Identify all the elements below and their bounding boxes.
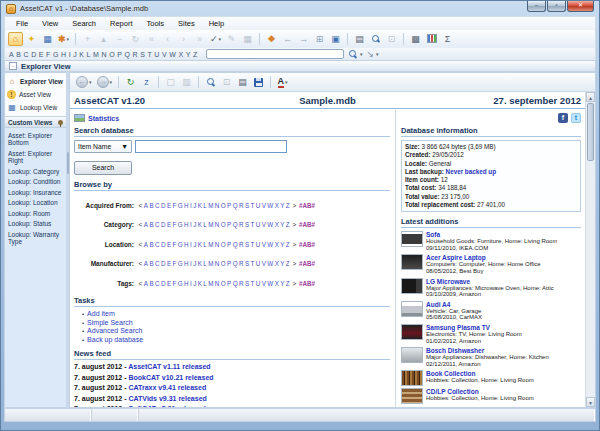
non-alpha-link[interactable]: #AB#	[299, 241, 315, 248]
maximize-button[interactable]: ▫	[547, 1, 566, 12]
letter-link[interactable]: B	[149, 221, 153, 228]
letter-link[interactable]: W	[267, 260, 273, 267]
letter-link[interactable]: I	[190, 260, 192, 267]
letter-link[interactable]: H	[184, 221, 189, 228]
nav-forward-button[interactable]: →▾	[95, 75, 115, 89]
letter-link[interactable]: S	[245, 221, 249, 228]
letter-link[interactable]: D	[31, 51, 36, 58]
save-button[interactable]	[251, 75, 266, 89]
letter-link[interactable]: P	[227, 280, 231, 287]
sidebar-item-explorer-view[interactable]: ⌂ Explorer View	[5, 75, 66, 88]
vertical-scrollbar[interactable]: ▲ ▼	[585, 92, 595, 407]
letter-link[interactable]: O	[221, 202, 226, 209]
letter-link[interactable]: L	[203, 260, 207, 267]
letter-link[interactable]: V	[262, 241, 266, 248]
news-title-link[interactable]: CATraxx v9.41 released	[128, 384, 206, 391]
letter-link[interactable]: N	[215, 221, 220, 228]
refresh-view-button[interactable]: ↻	[123, 75, 138, 89]
letter-link[interactable]: C	[155, 280, 160, 287]
print-preview-button[interactable]	[368, 32, 383, 46]
item-title-link[interactable]: CD/LP Collection	[426, 388, 534, 395]
sidebar-splitter[interactable]	[66, 72, 69, 408]
letter-link[interactable]: X	[275, 241, 279, 248]
letter-link[interactable]: M	[208, 280, 213, 287]
grid-view-button[interactable]: ▦	[240, 32, 255, 46]
letter-link[interactable]: Q	[233, 202, 238, 209]
statistics-link[interactable]: Statistics	[74, 114, 390, 122]
edit-item-button[interactable]: ▴	[96, 32, 111, 46]
print-button[interactable]: ▤	[352, 32, 367, 46]
item-title-link[interactable]: Book Collection	[426, 370, 534, 377]
news-title-link[interactable]: AssetCAT v1.11 released	[128, 363, 210, 370]
letter-link[interactable]: K	[198, 260, 202, 267]
letter-link[interactable]: D	[161, 202, 166, 209]
pin-icon[interactable]	[58, 120, 63, 125]
first-record-button[interactable]: «	[144, 32, 159, 46]
letter-link[interactable]: E	[167, 241, 171, 248]
news-title-link[interactable]: SoftCAT v5.21 released	[128, 405, 205, 407]
letter-link[interactable]: M	[208, 260, 213, 267]
letter-link[interactable]: A	[9, 51, 14, 58]
copy-button[interactable]: ⊡	[219, 75, 234, 89]
letter-link[interactable]: Y	[280, 280, 284, 287]
refresh-button[interactable]: ↻	[128, 32, 143, 46]
letter-link[interactable]: Q	[125, 51, 130, 58]
scroll-down-button[interactable]: ▼	[586, 397, 595, 407]
letter-link[interactable]: L	[203, 241, 207, 248]
image-box-button[interactable]: ▢	[163, 75, 178, 89]
news-title-link[interactable]: BookCAT v10.21 released	[128, 374, 213, 381]
news-title-link[interactable]: CATVids v9.31 released	[128, 395, 206, 402]
letter-link[interactable]: R	[239, 260, 244, 267]
add-item-button[interactable]: +	[80, 32, 95, 46]
letter-link[interactable]: S	[140, 51, 145, 58]
letter-link[interactable]: I	[69, 51, 71, 58]
letter-link[interactable]: E	[167, 280, 171, 287]
letter-link[interactable]: S	[245, 280, 249, 287]
letter-link[interactable]: V	[262, 260, 266, 267]
letter-link[interactable]: F	[46, 51, 50, 58]
letter-link[interactable]: H	[184, 280, 189, 287]
letter-link[interactable]: M	[208, 241, 213, 248]
custom-view-item[interactable]: Lookup: Warranty Type	[5, 229, 66, 247]
letter-link[interactable]: C	[155, 241, 160, 248]
letter-link[interactable]: F	[172, 280, 176, 287]
letter-link[interactable]: P	[227, 221, 231, 228]
letter-link[interactable]: Q	[233, 280, 238, 287]
prev-link[interactable]: <	[139, 241, 143, 248]
letter-link[interactable]: J	[193, 280, 196, 287]
letter-link[interactable]: S	[245, 241, 249, 248]
letter-link[interactable]: A	[144, 241, 148, 248]
task-link[interactable]: Add item	[87, 310, 115, 317]
letter-link[interactable]: Y	[280, 241, 284, 248]
letter-link[interactable]: X	[178, 51, 183, 58]
letter-link[interactable]: R	[239, 280, 244, 287]
template-button[interactable]: z	[139, 75, 154, 89]
letter-link[interactable]: B	[149, 202, 153, 209]
last-record-button[interactable]: »	[192, 32, 207, 46]
zoom-button[interactable]	[203, 75, 218, 89]
letter-link[interactable]: H	[184, 260, 189, 267]
letter-link[interactable]: Q	[233, 260, 238, 267]
item-title-link[interactable]: Audi A4	[426, 301, 482, 308]
letter-link[interactable]: P	[227, 202, 231, 209]
custom-view-item[interactable]: Lookup: Room	[5, 208, 66, 219]
letter-link[interactable]: J	[193, 221, 196, 228]
letter-link[interactable]: H	[184, 202, 189, 209]
search-field-selector[interactable]: Item Name ▼	[74, 140, 132, 153]
letter-link[interactable]: T	[251, 241, 255, 248]
non-alpha-link[interactable]: #AB#	[299, 221, 315, 228]
letter-link[interactable]: X	[275, 202, 279, 209]
prev-link[interactable]: <	[139, 280, 143, 287]
letter-link[interactable]: S	[245, 202, 249, 209]
chart-button[interactable]	[424, 32, 439, 46]
letter-link[interactable]: N	[215, 241, 220, 248]
letter-link[interactable]: F	[172, 241, 176, 248]
columns-button[interactable]: ▥	[179, 75, 194, 89]
letter-link[interactable]: B	[16, 51, 21, 58]
letter-link[interactable]: W	[267, 221, 273, 228]
image-window-button[interactable]: ▩	[408, 32, 423, 46]
letter-link[interactable]: X	[275, 260, 279, 267]
next-link[interactable]: >	[293, 202, 297, 209]
letter-link[interactable]: Z	[286, 221, 290, 228]
letter-link[interactable]: X	[275, 280, 279, 287]
